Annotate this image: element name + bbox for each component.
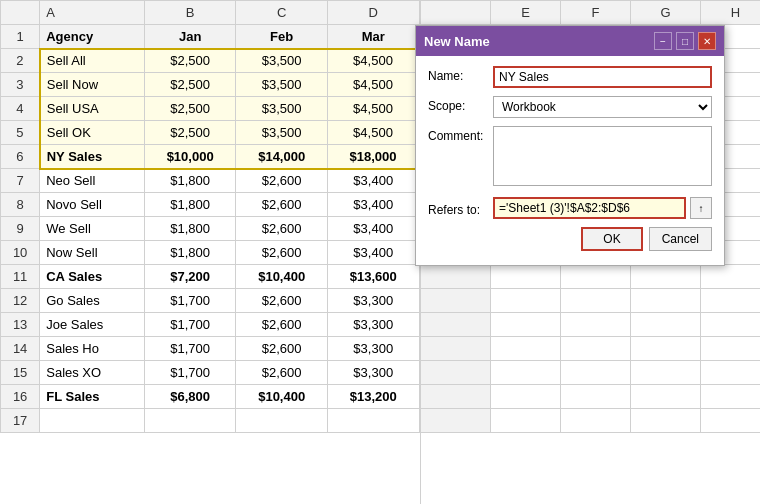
cell-r17c4[interactable] <box>327 409 419 433</box>
refers-collapse-button[interactable]: ↑ <box>690 197 712 219</box>
cell-r10c1[interactable]: Now Sell <box>40 241 145 265</box>
cell-r1c2[interactable]: Jan <box>144 25 236 49</box>
row-header-14: 14 <box>1 337 40 361</box>
cell-r11c3[interactable]: $10,400 <box>236 265 328 289</box>
cell-r10c2[interactable]: $1,800 <box>144 241 236 265</box>
row-header-9: 9 <box>1 217 40 241</box>
scope-select[interactable]: Workbook Sheet1 <box>493 96 712 118</box>
cell-r17c1[interactable] <box>40 409 145 433</box>
close-button[interactable]: ✕ <box>698 32 716 50</box>
cell-r7c3[interactable]: $2,600 <box>236 169 328 193</box>
corner-header <box>1 1 40 25</box>
cell-r6c4[interactable]: $18,000 <box>327 145 419 169</box>
comment-label: Comment: <box>428 126 493 143</box>
cell-r14c4[interactable]: $3,300 <box>327 337 419 361</box>
row-header-6: 6 <box>1 145 40 169</box>
cell-r8c1[interactable]: Novo Sell <box>40 193 145 217</box>
cell-r16c3[interactable]: $10,400 <box>236 385 328 409</box>
col-header-c[interactable]: C <box>236 1 328 25</box>
cell-r15c3[interactable]: $2,600 <box>236 361 328 385</box>
cell-r16c4[interactable]: $13,200 <box>327 385 419 409</box>
cell-r5c3[interactable]: $3,500 <box>236 121 328 145</box>
cell-r15c1[interactable]: Sales XO <box>40 361 145 385</box>
cell-r9c4[interactable]: $3,400 <box>327 217 419 241</box>
cell-r15c4[interactable]: $3,300 <box>327 361 419 385</box>
name-row: Name: <box>428 66 712 88</box>
cell-r3c3[interactable]: $3,500 <box>236 73 328 97</box>
cell-r12c2[interactable]: $1,700 <box>144 289 236 313</box>
cell-r8c4[interactable]: $3,400 <box>327 193 419 217</box>
cell-r16c1[interactable]: FL Sales <box>40 385 145 409</box>
row-header-3: 3 <box>1 73 40 97</box>
cell-r12c1[interactable]: Go Sales <box>40 289 145 313</box>
cell-r9c1[interactable]: We Sell <box>40 217 145 241</box>
cell-r2c2[interactable]: $2,500 <box>144 49 236 73</box>
name-label: Name: <box>428 66 493 83</box>
row-header-12: 12 <box>1 289 40 313</box>
cell-r3c4[interactable]: $4,500 <box>327 73 419 97</box>
cell-r14c2[interactable]: $1,700 <box>144 337 236 361</box>
cell-r4c1[interactable]: Sell USA <box>40 97 145 121</box>
col-header-a[interactable]: A <box>40 1 145 25</box>
cell-r4c4[interactable]: $4,500 <box>327 97 419 121</box>
scope-label: Scope: <box>428 96 493 113</box>
comment-textarea[interactable] <box>493 126 712 186</box>
cell-r11c4[interactable]: $13,600 <box>327 265 419 289</box>
cell-r2c4[interactable]: $4,500 <box>327 49 419 73</box>
refers-label: Refers to: <box>428 200 493 217</box>
cell-r4c2[interactable]: $2,500 <box>144 97 236 121</box>
cell-r8c2[interactable]: $1,800 <box>144 193 236 217</box>
cell-r15c2[interactable]: $1,700 <box>144 361 236 385</box>
cell-r10c4[interactable]: $3,400 <box>327 241 419 265</box>
cell-r3c2[interactable]: $2,500 <box>144 73 236 97</box>
cell-r4c3[interactable]: $3,500 <box>236 97 328 121</box>
name-input[interactable] <box>493 66 712 88</box>
cell-r16c2[interactable]: $6,800 <box>144 385 236 409</box>
cell-r1c3[interactable]: Feb <box>236 25 328 49</box>
col-header-d[interactable]: D <box>327 1 419 25</box>
dialog-footer: OK Cancel <box>428 227 712 255</box>
cell-r2c3[interactable]: $3,500 <box>236 49 328 73</box>
cell-r17c2[interactable] <box>144 409 236 433</box>
ok-button[interactable]: OK <box>581 227 642 251</box>
cell-r8c3[interactable]: $2,600 <box>236 193 328 217</box>
cell-r1c1[interactable]: Agency <box>40 25 145 49</box>
row-header-5: 5 <box>1 121 40 145</box>
cell-r14c3[interactable]: $2,600 <box>236 337 328 361</box>
cell-r12c3[interactable]: $2,600 <box>236 289 328 313</box>
cell-r13c2[interactable]: $1,700 <box>144 313 236 337</box>
cell-r7c1[interactable]: Neo Sell <box>40 169 145 193</box>
cell-r14c1[interactable]: Sales Ho <box>40 337 145 361</box>
cell-r2c1[interactable]: Sell All <box>40 49 145 73</box>
cell-r10c3[interactable]: $2,600 <box>236 241 328 265</box>
row-header-2: 2 <box>1 49 40 73</box>
refers-row: Refers to: ↑ <box>428 197 712 219</box>
cell-r6c2[interactable]: $10,000 <box>144 145 236 169</box>
cell-r11c1[interactable]: CA Sales <box>40 265 145 289</box>
cancel-button[interactable]: Cancel <box>649 227 712 251</box>
row-header-1: 1 <box>1 25 40 49</box>
minimize-button[interactable]: − <box>654 32 672 50</box>
cell-r7c4[interactable]: $3,400 <box>327 169 419 193</box>
cell-r12c4[interactable]: $3,300 <box>327 289 419 313</box>
cell-r17c3[interactable] <box>236 409 328 433</box>
refers-input[interactable] <box>493 197 686 219</box>
cell-r3c1[interactable]: Sell Now <box>40 73 145 97</box>
row-header-13: 13 <box>1 313 40 337</box>
cell-r5c1[interactable]: Sell OK <box>40 121 145 145</box>
cell-r9c3[interactable]: $2,600 <box>236 217 328 241</box>
cell-r6c1[interactable]: NY Sales <box>40 145 145 169</box>
col-header-b[interactable]: B <box>144 1 236 25</box>
maximize-button[interactable]: □ <box>676 32 694 50</box>
row-header-4: 4 <box>1 97 40 121</box>
cell-r6c3[interactable]: $14,000 <box>236 145 328 169</box>
cell-r13c3[interactable]: $2,600 <box>236 313 328 337</box>
cell-r13c4[interactable]: $3,300 <box>327 313 419 337</box>
cell-r5c2[interactable]: $2,500 <box>144 121 236 145</box>
cell-r1c4[interactable]: Mar <box>327 25 419 49</box>
cell-r13c1[interactable]: Joe Sales <box>40 313 145 337</box>
cell-r11c2[interactable]: $7,200 <box>144 265 236 289</box>
cell-r5c4[interactable]: $4,500 <box>327 121 419 145</box>
cell-r9c2[interactable]: $1,800 <box>144 217 236 241</box>
cell-r7c2[interactable]: $1,800 <box>144 169 236 193</box>
